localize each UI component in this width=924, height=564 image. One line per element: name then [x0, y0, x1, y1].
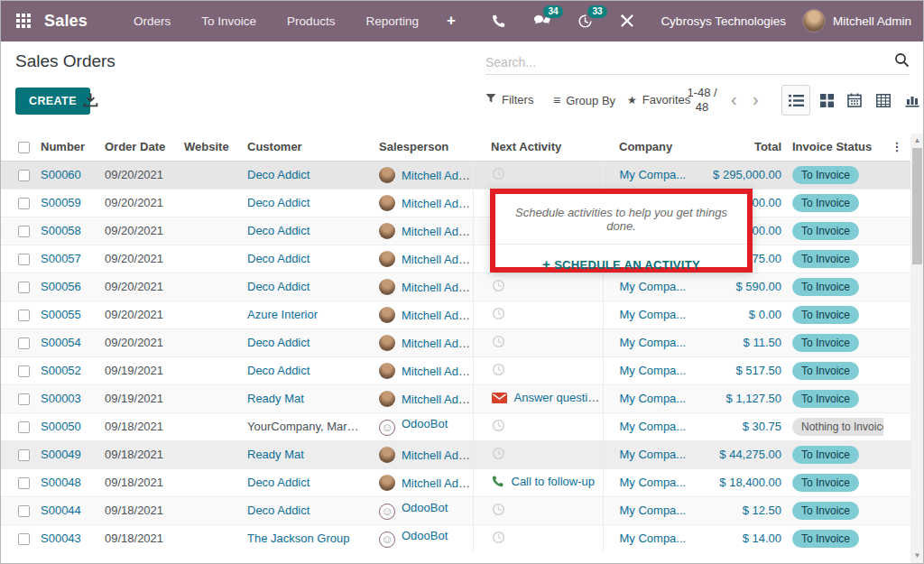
row-checkbox[interactable]: [18, 533, 30, 545]
customer-link[interactable]: Deco Addict: [247, 476, 310, 489]
clock-icon[interactable]: [492, 449, 505, 463]
create-button[interactable]: CREATE: [15, 88, 90, 115]
customer-link[interactable]: Azure Interior: [247, 308, 318, 321]
pager-next-icon[interactable]: ›: [753, 90, 759, 108]
col-header-customer[interactable]: Customer: [231, 134, 363, 161]
clock-icon[interactable]: [492, 170, 505, 183]
customer-link[interactable]: Deco Addict: [247, 336, 310, 349]
table-row[interactable]: S0005009/18/2021YourCompany, Marc D...☺O…: [0, 412, 910, 440]
col-header-company[interactable]: Company: [603, 134, 704, 161]
phone-icon[interactable]: [492, 476, 504, 490]
clock-icon[interactable]: [492, 337, 505, 351]
menu-plus[interactable]: +: [434, 12, 468, 30]
company-link[interactable]: My Compa...: [620, 504, 687, 517]
row-checkbox[interactable]: [18, 198, 30, 209]
order-number-link[interactable]: S00059: [41, 196, 81, 209]
clock-icon[interactable]: [492, 421, 505, 435]
salesperson-link[interactable]: Mitchell Admin: [402, 337, 473, 350]
row-checkbox[interactable]: [18, 505, 30, 517]
row-checkbox[interactable]: [18, 282, 30, 293]
menu-products[interactable]: Products: [272, 14, 350, 28]
row-checkbox[interactable]: [18, 421, 30, 433]
app-title[interactable]: Sales: [44, 12, 88, 31]
view-list-button[interactable]: [781, 85, 810, 116]
pager-previous-icon[interactable]: ‹: [731, 90, 737, 108]
view-pivot-button[interactable]: [869, 85, 898, 116]
row-checkbox[interactable]: [18, 365, 30, 377]
clock-icon[interactable]: [492, 533, 505, 547]
customer-link[interactable]: Deco Addict: [247, 224, 310, 237]
company-switcher[interactable]: Cybrosys Technologies: [661, 14, 786, 28]
salesperson-link[interactable]: Mitchell Admin: [402, 448, 473, 462]
salesperson-link[interactable]: Mitchell Admin: [402, 225, 473, 238]
customer-link[interactable]: Deco Addict: [247, 504, 310, 517]
order-number-link[interactable]: S00056: [41, 280, 81, 293]
order-number-link[interactable]: S00060: [41, 168, 81, 181]
col-header-total[interactable]: Total: [704, 134, 783, 161]
company-link[interactable]: My Compa...: [620, 168, 687, 181]
tools-icon[interactable]: [620, 14, 634, 28]
activities-icon[interactable]: 33: [578, 14, 593, 29]
table-row[interactable]: S0004809/18/2021Deco AddictMitchell Admi…: [0, 468, 910, 496]
clock-icon[interactable]: [492, 282, 505, 295]
messages-icon[interactable]: 34: [533, 14, 550, 28]
row-checkbox[interactable]: [18, 477, 30, 489]
order-number-link[interactable]: S00052: [41, 364, 81, 377]
filters-button[interactable]: Filters: [485, 93, 533, 106]
company-link[interactable]: My Compa...: [620, 364, 687, 377]
clock-icon[interactable]: [492, 505, 505, 519]
schedule-activity-button[interactable]: +SCHEDULE AN ACTIVITY: [495, 256, 747, 272]
export-download-icon[interactable]: [83, 93, 98, 112]
customer-link[interactable]: YourCompany, Marc D...: [247, 420, 363, 433]
optional-columns-icon[interactable]: ⋮: [883, 134, 910, 161]
salesperson-link[interactable]: Mitchell Admin: [402, 309, 473, 322]
table-row[interactable]: S0006009/20/2021Deco AddictMitchell Admi…: [0, 161, 910, 189]
user-avatar[interactable]: [802, 9, 826, 32]
phone-icon[interactable]: [492, 14, 506, 28]
salesperson-link[interactable]: OdooBot: [402, 417, 448, 430]
col-header-number[interactable]: Number: [36, 134, 90, 161]
customer-link[interactable]: Ready Mat: [247, 448, 304, 461]
col-header-next-activity[interactable]: Next Activity: [473, 134, 603, 161]
company-link[interactable]: My Compa...: [620, 448, 687, 461]
scroll-down-icon[interactable]: ▼: [910, 550, 924, 562]
scroll-up-icon[interactable]: ▲: [910, 134, 924, 147]
table-row[interactable]: S0005209/19/2021Deco AddictMitchell Admi…: [0, 356, 910, 384]
salesperson-link[interactable]: OdooBot: [402, 501, 448, 514]
row-checkbox[interactable]: [18, 337, 30, 349]
salesperson-link[interactable]: Mitchell Admin: [402, 281, 473, 294]
table-row[interactable]: S0000309/19/2021Ready MatMitchell AdminA…: [0, 384, 910, 412]
customer-link[interactable]: Deco Addict: [247, 252, 310, 265]
customer-link[interactable]: Deco Addict: [247, 196, 310, 209]
salesperson-link[interactable]: Mitchell Admin: [402, 253, 473, 266]
clock-icon[interactable]: [492, 310, 505, 323]
order-number-link[interactable]: S00003: [41, 392, 81, 405]
menu-orders[interactable]: Orders: [118, 14, 186, 28]
order-number-link[interactable]: S00043: [41, 532, 81, 545]
row-checkbox[interactable]: [18, 226, 30, 237]
envelope-icon[interactable]: [492, 393, 507, 406]
view-calendar-button[interactable]: [840, 85, 869, 116]
search-icon[interactable]: [894, 52, 910, 71]
menu-to-invoice[interactable]: To Invoice: [186, 14, 272, 28]
customer-link[interactable]: Deco Addict: [247, 364, 310, 377]
salesperson-link[interactable]: Mitchell Admin: [402, 169, 473, 182]
company-link[interactable]: My Compa...: [620, 308, 687, 321]
search-input[interactable]: [485, 55, 894, 69]
row-checkbox[interactable]: [18, 310, 30, 321]
salesperson-link[interactable]: Mitchell Admin: [402, 476, 473, 490]
scrollbar-thumb[interactable]: [912, 148, 922, 264]
col-header-website[interactable]: Website: [168, 134, 231, 161]
customer-link[interactable]: Deco Addict: [247, 168, 310, 181]
table-row[interactable]: S0005609/20/2021Deco AddictMitchell Admi…: [0, 273, 910, 300]
col-header-salesperson[interactable]: Salesperson: [363, 134, 473, 161]
table-row[interactable]: S0005509/20/2021Azure InteriorMitchell A…: [0, 300, 910, 328]
company-link[interactable]: My Compa...: [620, 336, 687, 349]
company-link[interactable]: My Compa...: [620, 392, 687, 405]
row-checkbox[interactable]: [18, 170, 30, 181]
salesperson-link[interactable]: Mitchell Admin: [402, 197, 473, 210]
view-graph-button[interactable]: [898, 85, 924, 116]
customer-link[interactable]: The Jackson Group: [247, 532, 349, 545]
order-number-link[interactable]: S00049: [41, 448, 81, 461]
table-row[interactable]: S0004909/18/2021Ready MatMitchell AdminM…: [0, 440, 910, 468]
